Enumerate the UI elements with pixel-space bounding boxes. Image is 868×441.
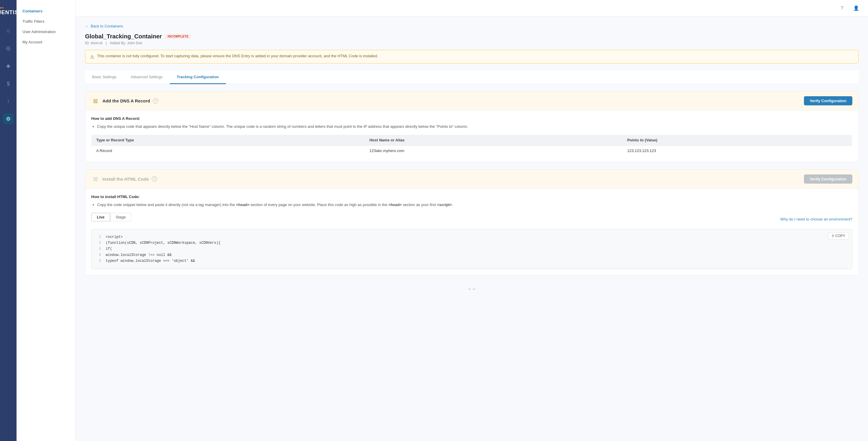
html-how-to-list: Copy the code snippet below and paste it… [97, 202, 852, 208]
back-arrow-icon: ← [85, 24, 89, 28]
dns-how-to-title: How to add DNS A Record: [91, 116, 852, 121]
dns-verify-button[interactable]: Verify Configuration [804, 96, 852, 105]
page-content: ← Back to Containers Global_Tracking_Con… [75, 17, 868, 301]
tab-bar: Basic Settings Advanced Settings Trackin… [85, 70, 859, 84]
dns-how-to-list: Copy the unique code that appears direct… [97, 124, 852, 130]
logo: JENTIS [0, 5, 19, 15]
code-line-4: 4 window.localStorage !== null && [96, 252, 847, 258]
nav-tags-icon[interactable]: ◈ [3, 61, 13, 71]
copy-button[interactable]: ⎘ COPY [828, 232, 849, 240]
html-how-to-title: How to install HTML Code: [91, 194, 852, 199]
container-added-by: Added By: John Doe [110, 41, 142, 45]
html-help-icon[interactable]: ? [152, 176, 157, 182]
scroll-indicator: ⌄⌄ [85, 282, 859, 294]
dns-row-points: 123.123.123.123 [622, 145, 852, 156]
dns-how-to-item: Copy the unique code that appears direct… [97, 124, 852, 130]
tab-basic-settings[interactable]: Basic Settings [85, 70, 123, 84]
tab-tracking-configuration[interactable]: Tracking Configuration [170, 70, 226, 84]
env-tabs: Live Stage [91, 213, 131, 221]
app-layout: JENTIS ⌂ ◎ ◈ § ↑ ⚙ Containers Traffic Fi… [0, 0, 868, 441]
nav-data-icon[interactable]: § [3, 78, 13, 89]
user-avatar-icon[interactable]: 👤 [851, 4, 861, 13]
warning-icon: ⚠ [90, 54, 94, 60]
nav-publish-icon[interactable]: ↑ [3, 96, 13, 106]
dns-section-header: ⊠ Add the DNS A Record ? Verify Configur… [85, 92, 858, 111]
code-line-5: 5 typeof window.localStorage === 'object… [96, 258, 847, 264]
top-bar: ? 👤 [75, 0, 868, 17]
dns-section-body: How to add DNS A Record: Copy the unique… [85, 111, 858, 162]
dns-section-card: ⊠ Add the DNS A Record ? Verify Configur… [85, 91, 859, 162]
code-line-2: 2 (function(sCDN, sCDNProject, sCDNWorks… [96, 240, 847, 246]
tab-advanced-settings[interactable]: Advanced Settings [123, 70, 169, 84]
container-status-badge: INCOMPLETE [165, 34, 191, 39]
html-verify-button[interactable]: Verify Configuration [804, 175, 852, 184]
container-id: ID: short-id [85, 41, 102, 45]
html-section-header: ⊠ Install the HTML Code ? Verify Configu… [85, 170, 858, 189]
back-to-containers-link[interactable]: ← Back to Containers [85, 24, 123, 28]
main-content: ? 👤 ← Back to Containers Global_Tracking… [75, 0, 868, 441]
dns-col-points: Points to (Value) [622, 135, 852, 145]
table-row: A Record 123abc.myhero.com 123.123.123.1… [92, 145, 852, 156]
container-title: Global_Tracking_Container [85, 33, 162, 40]
nav-home-icon[interactable]: ⌂ [3, 25, 13, 36]
logo-text: JENTIS [0, 9, 19, 15]
icon-sidebar: JENTIS ⌂ ◎ ◈ § ↑ ⚙ [0, 0, 17, 441]
dns-help-icon[interactable]: ? [153, 98, 158, 104]
dns-table-header-row: Type or Record Type Host Name or Alias P… [92, 135, 852, 145]
nav-settings-icon[interactable]: ⚙ [3, 114, 13, 124]
html-section-header-left: ⊠ Install the HTML Code ? [91, 175, 157, 183]
warning-text: This container is not fully configured. … [97, 54, 378, 58]
dns-section-icon: ⊠ [91, 97, 99, 105]
text-sidebar: Containers Traffic Filters User Administ… [17, 0, 75, 441]
env-tab-stage[interactable]: Stage [110, 213, 131, 221]
sidebar-item-my-account[interactable]: My Account [17, 37, 75, 47]
container-header: Global_Tracking_Container INCOMPLETE [85, 33, 859, 40]
dns-section-header-left: ⊠ Add the DNS A Record ? [91, 97, 158, 105]
env-tab-live[interactable]: Live [91, 213, 110, 221]
why-choose-env-link[interactable]: Why do I need to choose an environment? [780, 217, 852, 221]
sidebar-item-traffic-filters[interactable]: Traffic Filters [17, 16, 75, 27]
dns-row-host: 123abc.myhero.com [365, 145, 622, 156]
dns-row-type: A Record [92, 145, 365, 156]
warning-banner: ⚠ This container is not fully configured… [85, 50, 859, 63]
sidebar-item-user-administration[interactable]: User Administration [17, 27, 75, 37]
html-section-title: Install the HTML Code [102, 177, 149, 182]
html-how-to-item: Copy the code snippet below and paste it… [97, 202, 852, 208]
env-tab-row: Live Stage Why do I need to choose an en… [91, 213, 852, 225]
dns-col-host: Host Name or Alias [365, 135, 622, 145]
code-line-3: 3 if( [96, 246, 847, 252]
logo-dots [0, 7, 4, 8]
nav-tracking-icon[interactable]: ◎ [3, 43, 13, 54]
html-section-icon: ⊠ [91, 175, 99, 183]
container-meta: ID: short-id | Added By: John Doe [85, 41, 859, 45]
code-block: ⎘ COPY 1 <script> 2 (function(sCDN, sCDN… [91, 229, 852, 269]
dns-col-type: Type or Record Type [92, 135, 365, 145]
html-section-card: ⊠ Install the HTML Code ? Verify Configu… [85, 169, 859, 275]
sidebar-item-containers[interactable]: Containers [17, 6, 75, 16]
copy-icon: ⎘ [832, 234, 834, 238]
help-icon[interactable]: ? [837, 4, 847, 13]
dns-section-title: Add the DNS A Record [102, 98, 150, 103]
dns-table: Type or Record Type Host Name or Alias P… [91, 135, 852, 156]
html-section-body: How to install HTML Code: Copy the code … [85, 189, 858, 275]
code-line-1: 1 <script> [96, 234, 847, 240]
